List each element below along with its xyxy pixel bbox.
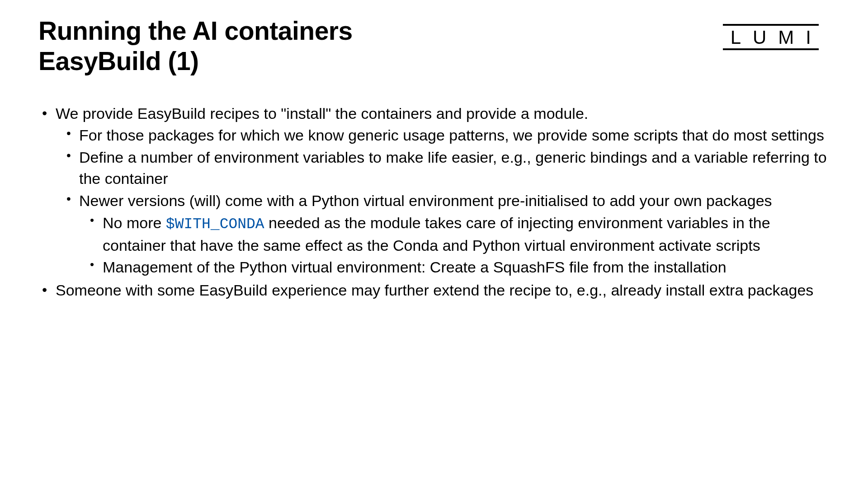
bullet-item: Newer versions (will) come with a Python… [61,190,830,278]
bullet-sublist: No more $WITH_CONDA needed as the module… [79,212,830,278]
title-block: Running the AI containers EasyBuild (1) [38,16,719,77]
bullet-item: Management of the Python virtual environ… [85,257,830,278]
bullet-text: For those packages for which we know gen… [79,127,824,144]
slide: Running the AI containers EasyBuild (1) … [0,0,868,488]
bullet-list: We provide EasyBuild recipes to "install… [38,103,830,301]
slide-header: Running the AI containers EasyBuild (1) … [38,16,830,77]
lumi-logo: LUMI [719,24,823,50]
bullet-text: We provide EasyBuild recipes to "install… [56,105,588,122]
bullet-item: We provide EasyBuild recipes to "install… [38,103,830,278]
title-line-2: EasyBuild (1) [38,46,719,76]
title-line-1: Running the AI containers [38,16,719,46]
bullet-text-prefix: No more [103,214,166,231]
bullet-text: Newer versions (will) come with a Python… [79,192,772,209]
logo-text: LUMI [719,26,823,48]
bullet-item: Define a number of environment variables… [61,147,830,189]
bullet-item: For those packages for which we know gen… [61,125,830,146]
bullet-sublist: For those packages for which we know gen… [56,125,830,278]
logo-bar-bottom [723,48,819,50]
inline-code: $WITH_CONDA [166,216,264,233]
bullet-text: Management of the Python virtual environ… [103,258,726,276]
slide-content: We provide EasyBuild recipes to "install… [38,103,830,301]
bullet-text: Define a number of environment variables… [79,149,827,187]
bullet-item: Someone with some EasyBuild experience m… [38,280,830,301]
bullet-text: Someone with some EasyBuild experience m… [56,282,813,299]
bullet-item: No more $WITH_CONDA needed as the module… [85,212,830,256]
